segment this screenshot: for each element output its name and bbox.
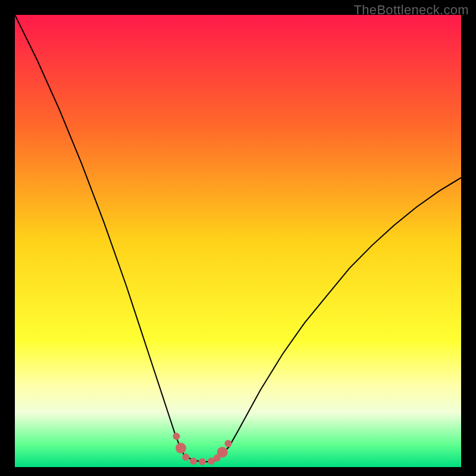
valley-marker xyxy=(176,443,186,453)
chart-container xyxy=(15,15,461,467)
valley-marker xyxy=(225,440,232,447)
watermark-text: TheBottleneck.com xyxy=(354,2,469,18)
chart-background xyxy=(15,15,461,467)
valley-marker xyxy=(199,458,206,465)
valley-marker xyxy=(190,458,197,465)
valley-marker xyxy=(217,447,228,458)
valley-marker xyxy=(182,453,189,461)
valley-marker xyxy=(173,433,180,440)
bottleneck-chart xyxy=(15,15,461,467)
